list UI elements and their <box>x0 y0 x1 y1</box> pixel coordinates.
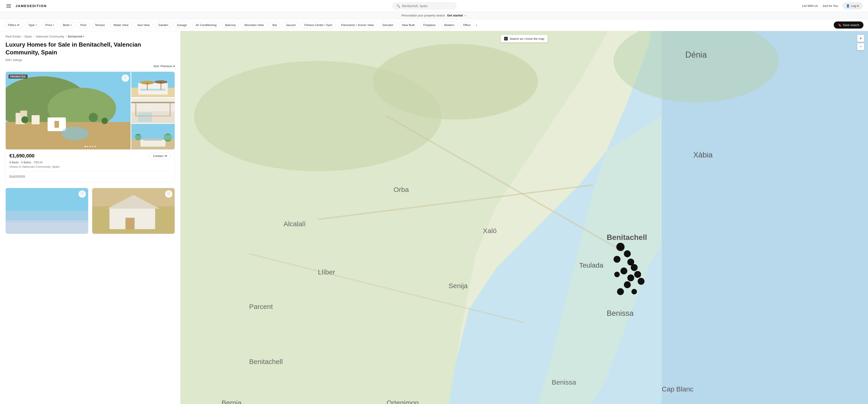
left-panel: Real Estate / Spain / Valencian Communit… <box>0 31 180 404</box>
bar-filter[interactable]: Bar <box>269 22 281 28</box>
checkbox-checked: ✓ <box>504 37 508 40</box>
svg-text:Teulada: Teulada <box>579 261 603 269</box>
more-filters-arrow[interactable]: › <box>476 23 477 27</box>
svg-point-71 <box>616 243 625 251</box>
svg-text:Senija: Senija <box>448 282 468 290</box>
pool-filter[interactable]: Pool <box>77 22 90 28</box>
svg-rect-37 <box>6 211 88 222</box>
svg-text:Xàbia: Xàbia <box>693 151 713 159</box>
header: JAMESEDITION 🔍 List With Us Just for You… <box>0 0 868 12</box>
svg-text:Ortegimon: Ortegimon <box>387 399 419 404</box>
get-started-link[interactable]: Get started <box>447 14 467 17</box>
garden-filter[interactable]: Garden <box>155 22 172 28</box>
svg-text:Bernia: Bernia <box>222 399 242 404</box>
zoom-out-button[interactable]: − <box>857 43 864 50</box>
side-image-3[interactable] <box>131 124 175 149</box>
svg-rect-20 <box>141 89 165 90</box>
air-conditioning-filter[interactable]: Air Conditioning <box>192 22 220 28</box>
svg-point-75 <box>631 264 638 271</box>
breadcrumb-spain[interactable]: Spain <box>24 35 32 38</box>
svg-text:Xaló: Xaló <box>483 227 497 234</box>
svg-text:Benitachell: Benitachell <box>249 358 283 365</box>
dot-4[interactable] <box>92 146 93 147</box>
filters-button[interactable]: Filters ⇄ <box>5 22 23 28</box>
balcony-filter[interactable]: Balcony <box>222 22 239 28</box>
filter-icon: ⇄ <box>17 23 20 27</box>
header-right: List With Us Just for You 👤 Log in <box>802 2 863 9</box>
svg-rect-8 <box>55 121 59 128</box>
jacuzzi-filter[interactable]: Jacuzzi <box>282 22 299 28</box>
dot-5[interactable] <box>95 146 96 147</box>
mountain-view-filter[interactable]: Mountain View <box>241 22 267 28</box>
login-button[interactable]: 👤 Log in <box>843 2 863 9</box>
main-listing-image[interactable] <box>6 72 131 149</box>
secondary-image-2[interactable]: ♡ <box>92 188 175 234</box>
svg-text:Dénia: Dénia <box>685 50 707 59</box>
office-filter[interactable]: Office <box>460 22 474 28</box>
svg-point-81 <box>624 281 631 288</box>
favorite-button-2[interactable]: ♡ <box>79 190 86 198</box>
side-image-2[interactable] <box>131 98 175 123</box>
personalize-text: Personalize your property search <box>401 14 445 17</box>
water-view-filter[interactable]: Water View <box>110 22 132 28</box>
dot-1[interactable] <box>85 146 86 147</box>
svg-point-9 <box>61 126 89 140</box>
svg-text:Cap Blanc: Cap Blanc <box>662 385 693 393</box>
listings-count: 500+ listings <box>5 58 175 62</box>
garage-filter[interactable]: Garage <box>174 22 190 28</box>
sea-view-filter[interactable]: Sea View <box>134 22 153 28</box>
type-filter[interactable]: Type ▾ <box>25 22 40 28</box>
fireplace-filter[interactable]: Fireplace <box>420 22 439 28</box>
chevron-down-icon: ▾ <box>36 24 37 26</box>
header-left: JAMESEDITION <box>5 3 47 8</box>
price-filter[interactable]: Price ▾ <box>42 22 58 28</box>
svg-point-11 <box>89 113 98 122</box>
map-panel: Dénia Xàbia Orba Xaló Teulada Benissa Se… <box>180 31 868 404</box>
svg-rect-34 <box>131 135 175 140</box>
search-input[interactable] <box>402 4 453 8</box>
svg-point-12 <box>102 118 108 124</box>
modern-filter[interactable]: Modern <box>441 22 458 28</box>
search-as-move-checkbox[interactable]: ✓ Search as I move the map <box>501 35 548 42</box>
favorite-button-3[interactable]: ♡ <box>165 190 173 198</box>
svg-point-83 <box>631 289 637 294</box>
sort-button[interactable]: Sort: Premium ▾ <box>153 64 175 68</box>
panoramic-filter[interactable]: Panoramic / Scenic View <box>338 22 377 28</box>
bookmark-icon: 🔖 <box>838 23 841 27</box>
list-with-us-link[interactable]: List With Us <box>802 4 818 7</box>
breadcrumb-valencian[interactable]: Valencian Community <box>36 35 64 38</box>
svg-text:Alcalalí: Alcalalí <box>284 220 306 228</box>
featured-listing: PROMOTED <box>5 71 175 182</box>
map-svg: Dénia Xàbia Orba Xaló Teulada Benissa Se… <box>180 31 868 404</box>
agent-logo: luxinmo <box>9 174 171 179</box>
map-background[interactable]: Dénia Xàbia Orba Xaló Teulada Benissa Se… <box>180 31 868 404</box>
dot-2[interactable] <box>87 146 88 147</box>
just-for-you-link[interactable]: Just for You <box>823 4 838 7</box>
map-controls: + − <box>857 35 864 50</box>
terrace-filter[interactable]: Terrace <box>92 22 108 28</box>
breadcrumb-real-estate[interactable]: Real Estate <box>5 35 21 38</box>
svg-text:Benitachell: Benitachell <box>607 233 647 241</box>
beds-filter[interactable]: Beds ▾ <box>59 22 75 28</box>
new-built-filter[interactable]: New Built <box>399 22 418 28</box>
filter-bar: Filters ⇄ Type ▾ Price ▾ Beds ▾ Pool Ter… <box>0 19 868 31</box>
favorite-button[interactable]: ♡ <box>122 75 129 82</box>
price-row: €1,690,000 Contact ✉ <box>9 153 171 159</box>
fitness-center-filter[interactable]: Fitness Center / Gym <box>301 22 336 28</box>
svg-rect-30 <box>141 140 165 147</box>
breadcrumb-benitachell[interactable]: Benitachell ▾ <box>68 35 85 38</box>
save-search-button[interactable]: 🔖 Save search <box>834 22 863 29</box>
chevron-down-icon: ▾ <box>53 24 54 26</box>
zoom-in-button[interactable]: + <box>857 35 864 42</box>
contact-button[interactable]: Contact ✉ <box>149 153 171 159</box>
hamburger-menu[interactable] <box>5 3 12 8</box>
dot-3[interactable] <box>90 146 91 147</box>
sort-row: Sort: Premium ▾ <box>5 64 175 68</box>
side-image-1[interactable] <box>131 72 175 97</box>
main-layout: Real Estate / Spain / Valencian Communit… <box>0 31 868 404</box>
secondary-image-1[interactable]: ♡ <box>6 188 88 234</box>
elevator-filter[interactable]: Elevator <box>379 22 397 28</box>
person-icon: 👤 <box>846 4 850 7</box>
chevron-down-icon: ▾ <box>83 35 84 38</box>
search-bar[interactable]: 🔍 <box>393 2 456 9</box>
